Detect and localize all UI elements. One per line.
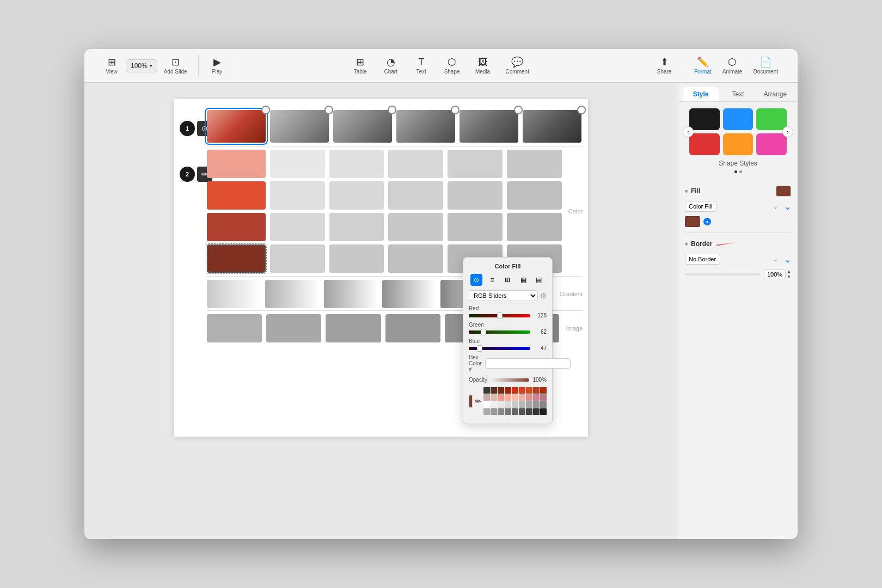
- text-button[interactable]: T Text: [409, 55, 433, 77]
- mini-swatch[interactable]: [505, 394, 511, 401]
- opacity-down-arrow[interactable]: ▼: [787, 274, 791, 280]
- mini-swatch[interactable]: [491, 387, 497, 394]
- swatch-selected-1[interactable]: [207, 110, 266, 143]
- mini-swatch[interactable]: [512, 387, 518, 394]
- mini-swatch[interactable]: [519, 387, 525, 394]
- image-2[interactable]: [266, 314, 321, 342]
- mini-swatch[interactable]: [498, 408, 504, 415]
- zoom-control[interactable]: 100% ▾: [126, 59, 157, 72]
- mini-swatch[interactable]: [505, 401, 511, 408]
- style-swatch-black[interactable]: [689, 108, 720, 130]
- mini-swatch[interactable]: [512, 408, 518, 415]
- tool-2-button[interactable]: 2: [180, 167, 195, 182]
- mini-swatch[interactable]: [491, 401, 497, 408]
- mini-swatch[interactable]: [533, 387, 540, 394]
- share-button[interactable]: ⬆ Share: [652, 55, 676, 77]
- fill-section-header[interactable]: ▾ Fill: [685, 186, 791, 197]
- gradient-2[interactable]: [265, 280, 319, 308]
- gradient-4[interactable]: [382, 280, 436, 308]
- swatch-dark-red[interactable]: [207, 213, 266, 241]
- mini-swatch[interactable]: [519, 408, 525, 415]
- swatch-medium-red[interactable]: [207, 181, 266, 210]
- opacity-up-arrow[interactable]: ▲: [787, 269, 791, 274]
- mini-swatch[interactable]: [526, 408, 532, 415]
- gradient-1[interactable]: [207, 280, 261, 308]
- style-swatch-blue[interactable]: [723, 108, 754, 130]
- gradient-3[interactable]: [324, 280, 378, 308]
- mini-swatch[interactable]: [533, 408, 540, 415]
- table-button[interactable]: ⊞ Table: [348, 55, 372, 77]
- opacity-input[interactable]: [764, 270, 786, 279]
- style-swatch-pink[interactable]: [756, 133, 787, 155]
- mini-swatch[interactable]: [505, 408, 511, 415]
- mini-swatch[interactable]: [498, 387, 504, 394]
- fill-toggle[interactable]: ●: [703, 218, 711, 225]
- format-button[interactable]: ✏️ Format: [690, 55, 716, 77]
- fill-type-select[interactable]: Color Fill: [685, 201, 716, 212]
- media-button[interactable]: 🖼 Media: [471, 55, 495, 77]
- g8[interactable]: [388, 181, 443, 210]
- mini-swatch[interactable]: [498, 394, 504, 401]
- swatch-darkest-red[interactable]: [207, 244, 266, 273]
- border-section-header[interactable]: ▾ Border: [685, 238, 791, 249]
- mini-swatch[interactable]: [540, 387, 547, 394]
- g3[interactable]: [388, 150, 443, 178]
- mini-swatch[interactable]: [498, 401, 504, 408]
- image-1[interactable]: [207, 314, 262, 342]
- g17[interactable]: [329, 244, 384, 273]
- mini-swatch[interactable]: [483, 408, 490, 415]
- swatch-light-red[interactable]: [207, 150, 266, 178]
- fill-type-chevron-icon[interactable]: ⌄: [784, 201, 791, 212]
- swatches-next-button[interactable]: ›: [782, 126, 793, 137]
- image-3[interactable]: [326, 314, 381, 342]
- tab-arrange[interactable]: Arrange: [757, 87, 793, 101]
- mini-swatch[interactable]: [540, 408, 547, 415]
- mini-swatch[interactable]: [526, 401, 532, 408]
- image-4[interactable]: [385, 314, 440, 342]
- g4[interactable]: [448, 150, 503, 178]
- add-slide-button[interactable]: ⊡ Add Slide: [160, 55, 192, 77]
- opacity-stepper-arrows[interactable]: ▲ ▼: [787, 269, 791, 279]
- g15[interactable]: [507, 213, 562, 241]
- mini-swatch[interactable]: [505, 387, 511, 394]
- tab-text[interactable]: Text: [720, 87, 756, 101]
- hex-input[interactable]: 803E2F: [485, 358, 571, 369]
- g16[interactable]: [270, 244, 325, 273]
- swatch-gray-2[interactable]: [270, 110, 329, 143]
- style-swatch-green[interactable]: [756, 108, 787, 130]
- sliders-mode[interactable]: ≡: [486, 274, 498, 286]
- g9[interactable]: [448, 181, 503, 210]
- swatch-gray-5[interactable]: [460, 110, 518, 143]
- swatch-gray-3[interactable]: [333, 110, 392, 143]
- tab-style[interactable]: Style: [683, 87, 719, 101]
- g1[interactable]: [270, 150, 325, 178]
- more-options-button[interactable]: ⊕: [540, 291, 547, 300]
- mini-swatch[interactable]: [483, 401, 490, 408]
- mini-swatch[interactable]: [512, 401, 518, 408]
- g2[interactable]: [329, 150, 384, 178]
- swatch-gray-6[interactable]: [523, 110, 581, 143]
- g7[interactable]: [329, 181, 384, 210]
- swatches-prev-button[interactable]: ‹: [683, 126, 694, 137]
- g11[interactable]: [270, 213, 325, 241]
- tool-1-button[interactable]: 1: [180, 121, 195, 136]
- g5[interactable]: [507, 150, 562, 178]
- animate-button[interactable]: ⬡ Animate: [718, 55, 747, 77]
- mini-swatch[interactable]: [483, 394, 490, 401]
- g13[interactable]: [388, 213, 443, 241]
- g6[interactable]: [270, 181, 325, 210]
- mini-swatch[interactable]: [519, 394, 525, 401]
- mini-swatch[interactable]: [483, 387, 490, 394]
- eyedropper-button[interactable]: ✏: [475, 397, 481, 406]
- shape-button[interactable]: ⬡ Shape: [440, 55, 464, 77]
- document-button[interactable]: 📄 Document: [749, 55, 782, 77]
- rgb-mode-select[interactable]: RGB Sliders: [469, 290, 538, 301]
- palette-mode[interactable]: ▤: [533, 274, 545, 286]
- chart-button[interactable]: ◔ Chart: [379, 55, 403, 77]
- mini-swatch[interactable]: [540, 401, 547, 408]
- g18[interactable]: [388, 244, 443, 273]
- g12[interactable]: [329, 213, 384, 241]
- mini-swatch[interactable]: [491, 408, 497, 415]
- mini-swatch[interactable]: [526, 394, 532, 401]
- style-swatch-orange[interactable]: [723, 133, 754, 155]
